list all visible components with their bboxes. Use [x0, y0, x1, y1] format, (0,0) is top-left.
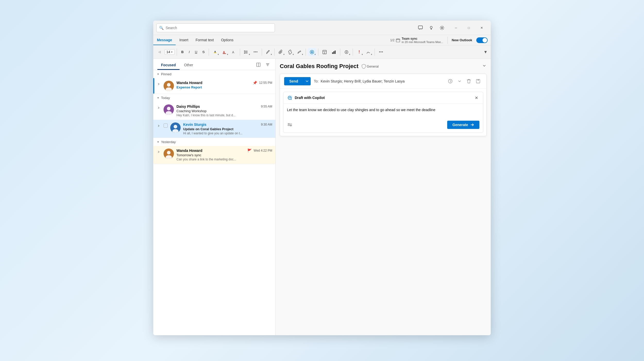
- draft-options-button[interactable]: [287, 122, 293, 128]
- chevron-down-icon: [306, 80, 309, 83]
- font-color-button[interactable]: A ▾: [220, 48, 228, 56]
- attach-button[interactable]: ▾: [277, 48, 285, 56]
- send-button[interactable]: Send: [284, 77, 303, 85]
- copilot-icon: [287, 95, 293, 101]
- pin-icon: 📌: [253, 81, 257, 85]
- mail-item-wanda-yesterday[interactable]: Wanda Howard 🚩 Wed 4:22 PM Tomorrow's sy…: [153, 146, 275, 164]
- settings-icon[interactable]: [439, 25, 445, 31]
- mail-subject: Tomorrow's sync: [176, 153, 272, 157]
- help-button[interactable]: ?: [446, 77, 454, 85]
- thread-collapse-button[interactable]: [482, 63, 487, 69]
- reading-pane-toggle[interactable]: [255, 61, 262, 68]
- menu-bar: Message Insert Format text Options 1/2 T…: [153, 35, 491, 45]
- calendar-icon: [396, 38, 400, 42]
- close-copilot-button[interactable]: ✕: [473, 95, 479, 101]
- search-box[interactable]: 🔍: [156, 23, 275, 32]
- mail-item-body-daisy: Daisy Phillips 9:55 AM Coaching Workshop…: [176, 104, 272, 117]
- new-outlook-toggle[interactable]: [476, 37, 488, 43]
- generate-label: Generate: [452, 123, 468, 127]
- delete-button[interactable]: [465, 77, 473, 85]
- chevron-down-icon: ▾: [302, 53, 303, 56]
- chat-icon[interactable]: [418, 25, 423, 31]
- draft-copilot-header: Draft with Copilot ✕: [283, 92, 483, 104]
- mail-time: Wed 4:22 PM: [254, 149, 272, 152]
- more-options-button[interactable]: •••: [251, 48, 260, 56]
- tab-message[interactable]: Message: [153, 35, 176, 45]
- mail-sender: Daisy Phillips: [176, 104, 200, 109]
- mail-item-daisy[interactable]: Daisy Phillips 9:55 AM Coaching Workshop…: [153, 102, 275, 120]
- chevron-down-icon: ▾: [293, 53, 294, 56]
- toolbar-separator-5: [274, 48, 275, 56]
- expand-icon[interactable]: [156, 82, 161, 86]
- minimize-button[interactable]: ─: [450, 23, 462, 32]
- mail-list-panel: Focused Other ▾ Pinned: [153, 59, 276, 335]
- tab-insert[interactable]: Insert: [176, 35, 192, 45]
- toolbar-separator-7: [318, 48, 318, 56]
- maximize-button[interactable]: □: [463, 23, 475, 32]
- link-button[interactable]: ▾: [286, 48, 294, 56]
- yesterday-section-header[interactable]: ▾ Yesterday: [153, 138, 275, 146]
- font-size-selector[interactable]: 14 ▼: [165, 49, 175, 55]
- expand-icon[interactable]: [156, 105, 161, 110]
- chart-button[interactable]: [330, 48, 338, 56]
- today-section-header[interactable]: ▾ Today: [153, 94, 275, 102]
- underline-button[interactable]: U: [193, 47, 199, 57]
- tab-other[interactable]: Other: [181, 61, 197, 70]
- signature-button[interactable]: ▾: [364, 48, 372, 56]
- chevron-down-icon: ▾: [371, 53, 372, 56]
- expand-icon[interactable]: [156, 150, 161, 154]
- chevron-down-button[interactable]: [455, 77, 464, 85]
- bold-button[interactable]: B: [179, 47, 185, 57]
- compose-card: Send To: Kevin Sturgis; Henry Brill; Lyd…: [280, 74, 487, 136]
- importance-button[interactable]: ! ▾: [355, 48, 363, 56]
- team-sync-text: Team sync in 20 min Microsoft Teams Mee.…: [402, 37, 443, 44]
- expand-icon[interactable]: [156, 124, 161, 128]
- mail-item-wanda-pinned[interactable]: Wanda Howard 📌 12:55 PM Expense Report: [153, 78, 275, 94]
- text-effects-button[interactable]: A: [230, 48, 238, 56]
- svg-rect-3: [396, 39, 400, 42]
- tab-options[interactable]: Options: [217, 35, 237, 45]
- chevron-down-icon: ▾: [157, 72, 159, 76]
- chevron-down-icon: ▾: [227, 53, 228, 56]
- pop-out-button[interactable]: [474, 77, 482, 85]
- close-button[interactable]: ✕: [476, 23, 488, 32]
- svg-rect-6: [223, 53, 226, 54]
- annotation-button[interactable]: ▾: [295, 48, 303, 56]
- mail-checkbox[interactable]: [164, 124, 168, 128]
- generate-button[interactable]: Generate: [447, 121, 479, 129]
- search-input[interactable]: [166, 26, 272, 30]
- editor-button[interactable]: ▾: [264, 48, 272, 56]
- lightbulb-icon[interactable]: [428, 25, 434, 31]
- svg-point-33: [174, 125, 177, 128]
- table-button[interactable]: [320, 48, 329, 56]
- send-dropdown-button[interactable]: [303, 77, 311, 85]
- app-window: 🔍 ─ □ ✕ Message Insert Format text Optio…: [153, 21, 491, 335]
- paragraph-spacing-button[interactable]: ▾: [242, 48, 250, 56]
- title-bar-icons: [418, 25, 445, 31]
- copilot-button[interactable]: ▾: [308, 48, 316, 56]
- mail-time: 12:55 PM: [259, 81, 272, 85]
- svg-text:?: ?: [450, 80, 452, 83]
- email-thread-tag: General: [362, 64, 379, 69]
- tab-focused[interactable]: Focused: [157, 61, 180, 70]
- immersive-reader-button[interactable]: ▾: [342, 48, 351, 56]
- chevron-down-icon: ▾: [283, 53, 285, 56]
- tab-format-text[interactable]: Format text: [192, 35, 217, 45]
- filter-button[interactable]: [264, 61, 271, 68]
- mail-item-kevin[interactable]: Kevin Sturgis 9:30 AM Update on Coral Ga…: [153, 120, 275, 138]
- toolbar-separator-1: [177, 48, 177, 56]
- highlight-color-button[interactable]: ▾: [211, 48, 219, 56]
- avatar-daisy: [164, 104, 174, 115]
- pinned-section-header[interactable]: ▾ Pinned: [153, 70, 275, 78]
- strikethrough-button[interactable]: S: [200, 47, 207, 57]
- mail-preview: Can you share a link to the marketing do…: [176, 158, 272, 161]
- draft-prompt-input[interactable]: Let the team know we decided to use clay…: [287, 107, 479, 118]
- svg-point-47: [290, 125, 291, 126]
- more-toolbar-button[interactable]: •••: [377, 48, 385, 56]
- font-family-dropdown[interactable]: ◁: [155, 48, 164, 56]
- mail-sender: Kevin Sturgis: [183, 122, 206, 127]
- italic-button[interactable]: I: [187, 47, 192, 57]
- compose-to-field[interactable]: To: Kevin Sturgis; Henry Brill; Lydia Ba…: [314, 79, 443, 83]
- toolbar: ◁ 14 ▼ B I U S ▾ A ▾ A ▾ •••: [153, 45, 491, 59]
- ribbon-collapse-button[interactable]: ▼: [482, 49, 489, 55]
